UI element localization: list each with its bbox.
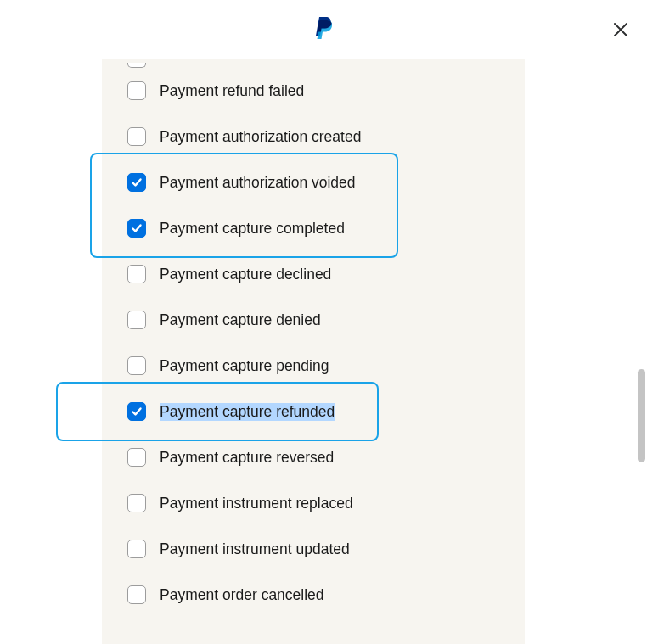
checkbox[interactable] xyxy=(127,173,146,192)
option-label[interactable]: Payment capture denied xyxy=(160,311,321,329)
checkbox[interactable] xyxy=(127,402,146,421)
option-label[interactable]: Payment capture pending xyxy=(160,357,329,375)
checkbox[interactable] xyxy=(127,81,146,100)
option-label[interactable]: Payment order cancelled xyxy=(160,586,324,604)
checkbox[interactable] xyxy=(127,356,146,375)
option-row: Payment capture denied xyxy=(102,297,525,343)
option-row: Payment capture completed xyxy=(102,205,525,251)
paypal-logo-icon xyxy=(314,17,333,42)
modal-header xyxy=(0,0,647,59)
option-label[interactable]: Payment capture declined xyxy=(160,266,331,283)
close-button[interactable] xyxy=(610,19,632,41)
option-row: Payment capture refunded xyxy=(102,389,525,434)
checkbox[interactable] xyxy=(127,448,146,467)
option-row: Payment instrument replaced xyxy=(102,480,525,526)
option-label[interactable]: Payment authorization voided xyxy=(160,174,356,192)
option-label[interactable]: Payment instrument replaced xyxy=(160,495,353,512)
option-row: Payment order cancelled xyxy=(102,572,525,618)
option-label[interactable]: Payment capture reversed xyxy=(160,449,334,467)
checkbox[interactable] xyxy=(127,265,146,283)
option-row: Payment instrument updated xyxy=(102,526,525,572)
checkbox[interactable] xyxy=(127,311,146,329)
checkbox[interactable] xyxy=(127,540,146,558)
option-label[interactable]: Payment capture completed xyxy=(160,220,345,238)
partial-row-top xyxy=(102,59,525,68)
modal-body: Payment refund failedPayment authorizati… xyxy=(0,59,647,644)
checkbox[interactable] xyxy=(127,127,146,146)
option-row: Payment capture declined xyxy=(102,251,525,297)
checkbox[interactable] xyxy=(127,494,146,512)
scrollbar-thumb[interactable] xyxy=(638,369,645,462)
option-label[interactable]: Payment capture refunded xyxy=(160,403,335,421)
close-icon xyxy=(613,22,628,37)
option-label[interactable]: Payment authorization created xyxy=(160,128,361,146)
option-label[interactable]: Payment refund failed xyxy=(160,82,304,100)
checkbox[interactable] xyxy=(127,219,146,238)
option-label[interactable]: Payment instrument updated xyxy=(160,540,350,558)
option-row: Payment capture pending xyxy=(102,343,525,389)
options-panel: Payment refund failedPayment authorizati… xyxy=(102,59,525,644)
option-row: Payment authorization created xyxy=(102,114,525,160)
option-row: Payment refund failed xyxy=(102,68,525,114)
option-row: Payment capture reversed xyxy=(102,434,525,480)
checkbox[interactable] xyxy=(127,585,146,604)
option-row: Payment authorization voided xyxy=(102,160,525,205)
